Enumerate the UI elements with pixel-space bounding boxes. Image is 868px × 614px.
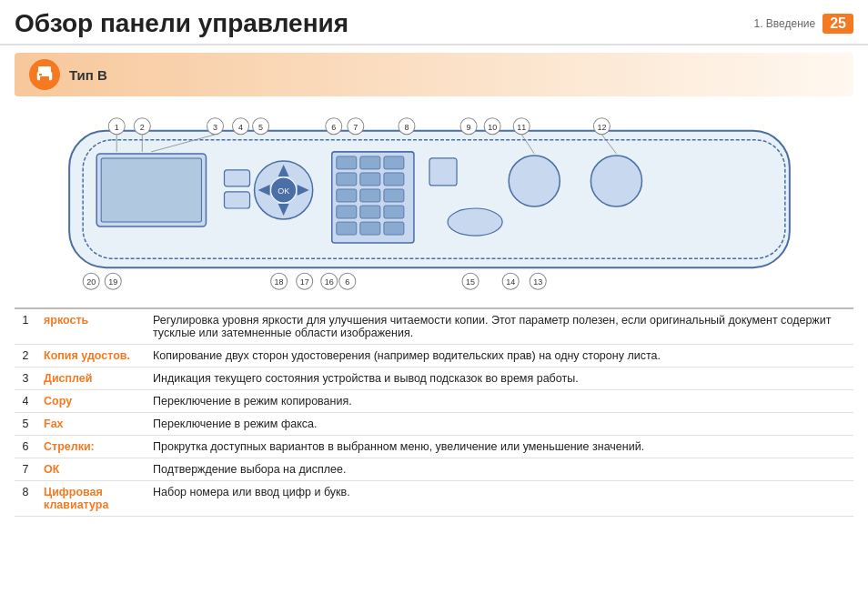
svg-text:18: 18 — [275, 277, 284, 287]
row-number: 6 — [15, 436, 36, 458]
table-row: 6 Стрелки: Прокрутка доступных вариантов… — [15, 436, 853, 458]
row-term: Copy — [36, 390, 146, 413]
svg-rect-2 — [40, 76, 49, 82]
row-number: 4 — [15, 390, 36, 413]
svg-rect-30 — [337, 222, 357, 235]
svg-rect-3 — [39, 74, 42, 75]
svg-point-36 — [448, 208, 502, 236]
row-number: 2 — [15, 345, 36, 367]
svg-text:16: 16 — [325, 277, 334, 287]
row-desc: Прокрутка доступных вариантов в выбранно… — [146, 436, 853, 458]
svg-rect-25 — [360, 189, 380, 202]
row-term: Цифровая клавиатура — [36, 481, 146, 517]
row-term: Стрелки: — [36, 436, 146, 458]
page-number-badge: 25 — [823, 14, 853, 34]
svg-rect-23 — [384, 173, 404, 186]
svg-text:6: 6 — [331, 123, 336, 132]
table-row: 2 Копия удостов. Копирование двух сторон… — [15, 345, 853, 367]
row-desc: Подтверждение выбора на дисплее. — [146, 458, 853, 481]
svg-text:OK: OK — [278, 186, 289, 196]
svg-rect-18 — [337, 156, 357, 169]
row-term: Дисплей — [36, 367, 146, 390]
svg-text:7: 7 — [353, 123, 358, 132]
svg-rect-27 — [337, 206, 357, 218]
table-row: 4 Copy Переключение в режим копирования. — [15, 390, 853, 413]
row-desc: Регулировка уровня яркости для улучшения… — [146, 308, 853, 345]
svg-text:11: 11 — [517, 123, 526, 132]
svg-rect-28 — [360, 206, 380, 218]
svg-rect-21 — [337, 173, 357, 186]
svg-text:5: 5 — [258, 123, 263, 132]
svg-text:17: 17 — [300, 277, 309, 287]
row-number: 8 — [15, 481, 36, 517]
svg-point-34 — [509, 156, 560, 206]
svg-rect-22 — [360, 173, 380, 186]
svg-text:15: 15 — [466, 277, 475, 287]
page-title: Обзор панели управления — [15, 9, 348, 38]
row-number: 5 — [15, 413, 36, 436]
svg-rect-19 — [360, 156, 380, 169]
chapter-label: 1. Введение — [754, 17, 816, 30]
svg-rect-24 — [337, 189, 357, 202]
table-row: 5 Fax Переключение в режим факса. — [15, 413, 853, 436]
diagram-area: OK 1 2 — [15, 104, 853, 304]
row-desc: Переключение в режим копирования. — [146, 390, 853, 413]
svg-rect-16 — [225, 192, 250, 208]
svg-text:1: 1 — [115, 123, 119, 132]
svg-text:8: 8 — [404, 123, 409, 132]
row-term: ОК — [36, 458, 146, 481]
table-row: 1 яркость Регулировка уровня яркости для… — [15, 308, 853, 345]
row-term: Копия удостов. — [36, 345, 146, 367]
table-row: 3 Дисплей Индикация текущего состояния у… — [15, 367, 853, 390]
table-row: 7 ОК Подтверждение выбора на дисплее. — [15, 458, 853, 481]
svg-text:4: 4 — [238, 123, 243, 132]
svg-rect-29 — [384, 206, 404, 218]
svg-rect-15 — [225, 170, 250, 186]
type-banner: Тип B — [15, 53, 853, 96]
svg-rect-20 — [384, 156, 404, 169]
row-number: 7 — [15, 458, 36, 481]
svg-rect-32 — [384, 222, 404, 235]
row-number: 3 — [15, 367, 36, 390]
row-desc: Переключение в режим факса. — [146, 413, 853, 436]
svg-text:2: 2 — [140, 123, 145, 132]
row-term: яркость — [36, 308, 146, 345]
header-right: 1. Введение 25 — [754, 14, 853, 34]
svg-rect-7 — [101, 158, 201, 222]
svg-rect-31 — [360, 222, 380, 235]
info-table: 1 яркость Регулировка уровня яркости для… — [15, 307, 853, 517]
row-desc: Набор номера или ввод цифр и букв. — [146, 481, 853, 517]
svg-text:14: 14 — [506, 277, 515, 287]
svg-rect-26 — [384, 189, 404, 202]
svg-text:3: 3 — [213, 123, 217, 132]
type-label: Тип B — [69, 67, 107, 83]
svg-text:20: 20 — [86, 277, 96, 287]
svg-text:19: 19 — [108, 277, 117, 287]
svg-text:10: 10 — [488, 123, 497, 132]
svg-text:12: 12 — [597, 123, 606, 132]
svg-rect-33 — [429, 158, 457, 186]
row-number: 1 — [15, 308, 36, 345]
svg-text:6: 6 — [345, 277, 349, 287]
svg-text:13: 13 — [533, 277, 542, 287]
row-desc: Индикация текущего состояния устройства … — [146, 367, 853, 390]
row-term: Fax — [36, 413, 146, 436]
page-header: Обзор панели управления 1. Введение 25 — [0, 0, 868, 45]
svg-point-35 — [590, 156, 641, 206]
svg-text:9: 9 — [467, 123, 471, 132]
printer-icon — [29, 59, 60, 90]
row-desc: Копирование двух сторон удостоверения (н… — [146, 345, 853, 367]
table-row: 8 Цифровая клавиатура Набор номера или в… — [15, 481, 853, 517]
